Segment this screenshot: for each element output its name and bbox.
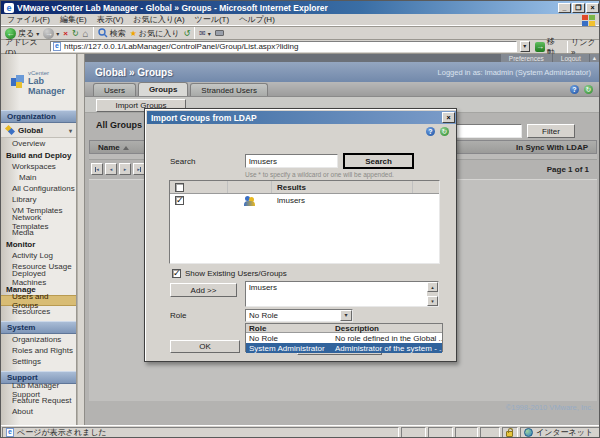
- security-pane: [502, 427, 518, 438]
- status-message: ページが表示されました: [17, 427, 107, 438]
- search-icon: [98, 28, 108, 38]
- ok-button[interactable]: OK: [170, 340, 240, 353]
- search-button-ie[interactable]: 検索: [98, 28, 126, 39]
- sidebar-item-lab-manager-support[interactable]: Lab Manager Support: [1, 384, 76, 395]
- close-button[interactable]: ×: [586, 3, 599, 13]
- sidebar-item-settings[interactable]: Settings: [1, 356, 76, 367]
- sidebar-item-deployed-machines[interactable]: Deployed Machines: [1, 272, 76, 283]
- result-row-lmusers[interactable]: lmusers: [170, 194, 439, 207]
- go-button[interactable]: → 移動: [533, 41, 564, 53]
- tab-groups[interactable]: Groups: [138, 82, 188, 96]
- add-button[interactable]: Add >>: [170, 283, 237, 297]
- first-page-button[interactable]: ◂: [91, 163, 103, 175]
- tab-stranded-users[interactable]: Stranded Users: [190, 83, 268, 96]
- selected-groups-listbox[interactable]: lmusers ▴ ▾: [245, 281, 439, 307]
- mail-dropdown-icon[interactable]: ▾: [208, 30, 211, 37]
- mail-button[interactable]: ✉ ▾: [199, 29, 211, 38]
- search-field-label: Search: [170, 157, 195, 166]
- star-icon: ★: [130, 29, 137, 38]
- lock-icon: [506, 431, 513, 437]
- address-input[interactable]: https://127.0.0.1/LabManager/ControlPane…: [50, 41, 516, 52]
- home-button[interactable]: ⌂: [83, 28, 89, 39]
- dropdown-header-row: Role Description: [246, 324, 442, 333]
- dropdown-col-description: Description: [332, 324, 442, 333]
- forward-dropdown-icon[interactable]: ▾: [56, 30, 59, 37]
- dialog-titlebar[interactable]: Import Groups from LDAP ×: [147, 111, 456, 124]
- collapse-icon[interactable]: ▴: [590, 54, 599, 62]
- page-indicator: Page 1 of 1: [547, 165, 595, 174]
- menu-favorites[interactable]: お気に入り(A): [133, 14, 184, 25]
- sidebar-item-all-configurations[interactable]: All Configurations: [1, 183, 76, 194]
- row-checkbox[interactable]: [175, 196, 184, 205]
- search-label: 検索: [110, 28, 126, 39]
- toolbar-separator: [194, 27, 195, 39]
- scroll-down-icon[interactable]: ▾: [427, 296, 438, 306]
- help-icon[interactable]: ?: [570, 85, 579, 94]
- dropdown-option-system-administrator[interactable]: System Administrator Administrator of th…: [246, 343, 442, 353]
- zone-label: インターネット: [536, 427, 593, 438]
- print-button[interactable]: [215, 30, 224, 36]
- next-page-button[interactable]: ▸: [119, 163, 131, 175]
- dialog-close-icon[interactable]: ×: [442, 112, 455, 123]
- menu-edit[interactable]: 編集(E): [60, 14, 87, 25]
- back-dropdown-icon[interactable]: ▾: [36, 30, 39, 37]
- tab-users[interactable]: Users: [93, 83, 136, 96]
- preferences-link[interactable]: Preferences: [501, 54, 552, 62]
- role-field-label: Role: [170, 311, 186, 320]
- listbox-scrollbar[interactable]: ▴ ▾: [427, 282, 438, 306]
- sidebar-item-overview[interactable]: Overview: [1, 138, 76, 149]
- sidebar-item-global[interactable]: Global ▾: [1, 123, 76, 138]
- menu-file[interactable]: ファイル(F): [7, 14, 50, 25]
- dialog-help-icon[interactable]: ?: [426, 127, 435, 136]
- favorites-button[interactable]: ★ お気に入り: [130, 28, 180, 39]
- select-all-checkbox[interactable]: [175, 183, 184, 192]
- menu-help[interactable]: ヘルプ(H): [239, 14, 275, 25]
- dialog-refresh-icon[interactable]: ↻: [440, 127, 449, 136]
- sidebar-band-system: System: [1, 321, 76, 334]
- dialog-search-button[interactable]: Search: [343, 153, 414, 169]
- dropdown-option-no-role[interactable]: No Role No role defined in the Global ..…: [246, 333, 442, 343]
- refresh-button[interactable]: ↻: [72, 29, 79, 38]
- dialog-search-input[interactable]: lmusers: [245, 154, 338, 168]
- address-value: https://127.0.0.1/LabManager/ControlPane…: [64, 42, 298, 51]
- zone-pane: インターネット: [520, 427, 600, 438]
- sidebar-item-main[interactable]: Main: [1, 172, 76, 183]
- sidebar-item-activity-log[interactable]: Activity Log: [1, 250, 76, 261]
- sidebar-item-library[interactable]: Library: [1, 194, 76, 205]
- wildcard-hint: Use * to specify a wildcard or one will …: [245, 171, 394, 178]
- organization-icon: [6, 126, 15, 135]
- refresh-page-icon[interactable]: ↻: [584, 85, 593, 94]
- minimize-button[interactable]: _: [558, 3, 571, 13]
- column-name[interactable]: Name: [98, 143, 129, 152]
- sidebar-item-roles-and-rights[interactable]: Roles and Rights: [1, 345, 76, 356]
- address-dropdown-icon[interactable]: ▾: [520, 41, 531, 52]
- select-dropdown-icon[interactable]: ▾: [340, 310, 352, 321]
- restore-button[interactable]: ❐: [572, 3, 585, 13]
- column-in-sync-with-ldap[interactable]: In Sync With LDAP: [516, 143, 588, 152]
- stop-button[interactable]: ×: [63, 29, 68, 38]
- history-button[interactable]: ↺: [183, 29, 190, 38]
- menu-bar: ファイル(F) 編集(E) 表示(V) お気に入り(A) ツール(T) ヘルプ(…: [1, 14, 600, 26]
- sidebar-item-workspaces[interactable]: Workspaces: [1, 161, 76, 172]
- filter-input[interactable]: [449, 124, 522, 138]
- mail-icon: ✉: [199, 29, 206, 38]
- scroll-up-icon[interactable]: ▴: [427, 282, 438, 292]
- sidebar-band-organization: Organization: [1, 110, 76, 123]
- sidebar-item-network-templates[interactable]: Network Templates: [1, 216, 76, 227]
- app-header: Global » Groups Logged in as: lmadmin (S…: [85, 62, 600, 82]
- sidebar-scrollbar[interactable]: [77, 54, 85, 425]
- sidebar-item-users-and-groups[interactable]: Users and Groups: [1, 295, 76, 306]
- menu-view[interactable]: 表示(V): [97, 14, 124, 25]
- filter-button[interactable]: Filter: [527, 124, 575, 138]
- menu-tools[interactable]: ツール(T): [195, 14, 230, 25]
- logout-link[interactable]: Logout: [553, 54, 589, 62]
- role-select[interactable]: No Role ▾: [245, 309, 353, 322]
- prev-page-button[interactable]: ◂: [105, 163, 117, 175]
- show-existing-row: Show Existing Users/Groups: [172, 269, 287, 278]
- globe-icon: [524, 428, 533, 437]
- selected-group-item[interactable]: lmusers: [249, 283, 277, 292]
- sidebar-item-organizations[interactable]: Organizations: [1, 334, 76, 345]
- org-dropdown-icon[interactable]: ▾: [69, 127, 72, 134]
- show-existing-checkbox[interactable]: [172, 269, 181, 278]
- status-pane: [428, 427, 453, 438]
